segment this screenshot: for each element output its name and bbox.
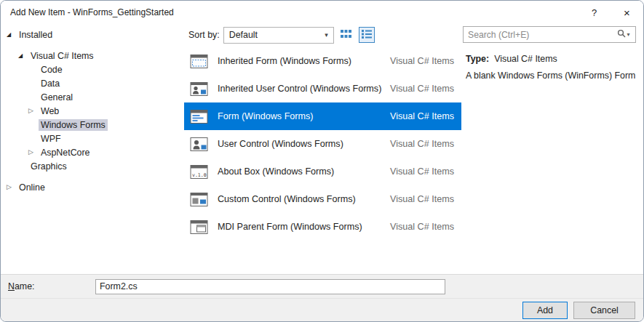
dialog-footer: Name: Add Cancel: [1, 274, 643, 321]
medium-icons-view-button[interactable]: [338, 27, 354, 43]
expander-expanded-icon[interactable]: ◢: [18, 53, 28, 59]
mdi-parent-form-icon: [190, 220, 209, 235]
titlebar-buttons: ? ×: [578, 1, 643, 24]
template-name: Form (Windows Forms): [218, 111, 314, 121]
template-name: Inherited User Control (Windows Forms): [218, 84, 381, 94]
add-new-item-dialog: Add New Item - WinForms_GettingStarted ?…: [0, 0, 644, 322]
sort-toolbar: Sort by: Default ▾: [184, 24, 461, 46]
sort-dropdown[interactable]: Default ▾: [223, 27, 334, 44]
tree-item-wpf[interactable]: WPF: [1, 132, 184, 145]
close-button[interactable]: ×: [611, 1, 643, 24]
category-tree: ◢ Installed ◢ Visual C# Items Code Data …: [1, 24, 184, 274]
inherited-user-control-icon: [190, 81, 209, 97]
expander-collapsed-icon[interactable]: ▷: [28, 149, 39, 156]
name-label: Name:: [8, 281, 95, 291]
user-control-icon: [190, 137, 209, 152]
search-button[interactable]: ▾: [612, 27, 635, 42]
chevron-down-icon: ▾: [325, 31, 328, 39]
tree-item-windows-forms[interactable]: Windows Forms: [1, 118, 184, 132]
type-label: Type:: [466, 54, 489, 64]
list-view-icon: [362, 30, 372, 41]
search-icon: [617, 29, 626, 40]
svg-text:v.1.0: v.1.0: [192, 172, 207, 177]
template-item-inherited-form[interactable]: Inherited Form (Windows Forms) Visual C#…: [184, 47, 461, 75]
template-name: MDI Parent Form (Windows Forms): [218, 222, 362, 232]
name-input[interactable]: [95, 279, 445, 294]
tree-item-online[interactable]: ▷ Online: [1, 180, 184, 194]
expander-collapsed-icon[interactable]: ▷: [7, 184, 17, 190]
details-panel: ▾ Type:Visual C# Items A blank Windows F…: [461, 24, 643, 274]
form-icon: [190, 109, 209, 124]
dialog-content: ◢ Installed ◢ Visual C# Items Code Data …: [1, 24, 643, 274]
custom-control-icon: [190, 192, 209, 207]
template-panel: Sort by: Default ▾ Inherited Form: [184, 24, 461, 274]
tree-item-code[interactable]: Code: [1, 63, 184, 76]
template-type: Visual C# Items: [390, 222, 454, 232]
template-item-form[interactable]: Form (Windows Forms) Visual C# Items: [184, 102, 461, 130]
button-row: Add Cancel: [1, 299, 643, 321]
template-name: User Control (Windows Forms): [218, 139, 343, 149]
search-box: ▾: [463, 26, 636, 43]
template-item-user-control[interactable]: User Control (Windows Forms) Visual C# I…: [184, 130, 461, 158]
template-type: Visual C# Items: [390, 111, 454, 121]
template-type: Visual C# Items: [390, 166, 454, 177]
template-item-custom-control[interactable]: Custom Control (Windows Forms) Visual C#…: [184, 185, 461, 213]
tree-item-data[interactable]: Data: [1, 76, 184, 90]
tree-item-general[interactable]: General: [1, 90, 184, 104]
about-box-icon: v.1.0: [190, 164, 209, 180]
template-type-line: Type:Visual C# Items: [466, 54, 636, 64]
help-button[interactable]: ?: [578, 1, 611, 24]
template-type: Visual C# Items: [390, 194, 454, 204]
template-item-about-box[interactable]: v.1.0 About Box (Windows Forms) Visual C…: [184, 158, 461, 185]
search-input[interactable]: [464, 30, 612, 40]
cancel-button[interactable]: Cancel: [573, 302, 635, 319]
template-type: Visual C# Items: [390, 56, 454, 66]
tree-item-installed[interactable]: ◢ Installed: [1, 28, 184, 41]
sort-dropdown-value: Default: [229, 30, 258, 40]
expander-collapsed-icon[interactable]: ▷: [28, 108, 39, 114]
medium-icons-icon: [341, 29, 351, 41]
sort-by-label: Sort by:: [188, 30, 220, 40]
window-title: Add New Item - WinForms_GettingStarted: [10, 7, 174, 17]
template-item-inherited-user-control[interactable]: Inherited User Control (Windows Forms) V…: [184, 75, 461, 102]
name-row: Name:: [1, 275, 643, 299]
template-name: Custom Control (Windows Forms): [218, 194, 356, 204]
template-name: Inherited Form (Windows Forms): [218, 56, 351, 66]
add-button[interactable]: Add: [522, 302, 568, 319]
tree-item-web[interactable]: ▷ Web: [1, 104, 184, 118]
tree-item-graphics[interactable]: Graphics: [1, 159, 184, 173]
tree-item-visual-csharp-items[interactable]: ◢ Visual C# Items: [1, 49, 184, 63]
list-view-button[interactable]: [359, 27, 375, 43]
template-type: Visual C# Items: [390, 139, 454, 149]
expander-expanded-icon[interactable]: ◢: [7, 32, 17, 38]
template-type: Visual C# Items: [390, 84, 454, 94]
template-list: Inherited Form (Windows Forms) Visual C#…: [184, 47, 461, 274]
title-bar: Add New Item - WinForms_GettingStarted ?…: [1, 1, 643, 24]
chevron-down-icon: ▾: [627, 31, 629, 38]
template-name: About Box (Windows Forms): [218, 166, 334, 177]
tree-item-aspnetcore[interactable]: ▷ AspNetCore: [1, 145, 184, 159]
template-description: A blank Windows Forms (WinForms) Form: [466, 71, 636, 81]
inherited-form-icon: [190, 54, 209, 69]
type-value: Visual C# Items: [494, 54, 557, 64]
template-item-mdi-parent-form[interactable]: MDI Parent Form (Windows Forms) Visual C…: [184, 213, 461, 241]
